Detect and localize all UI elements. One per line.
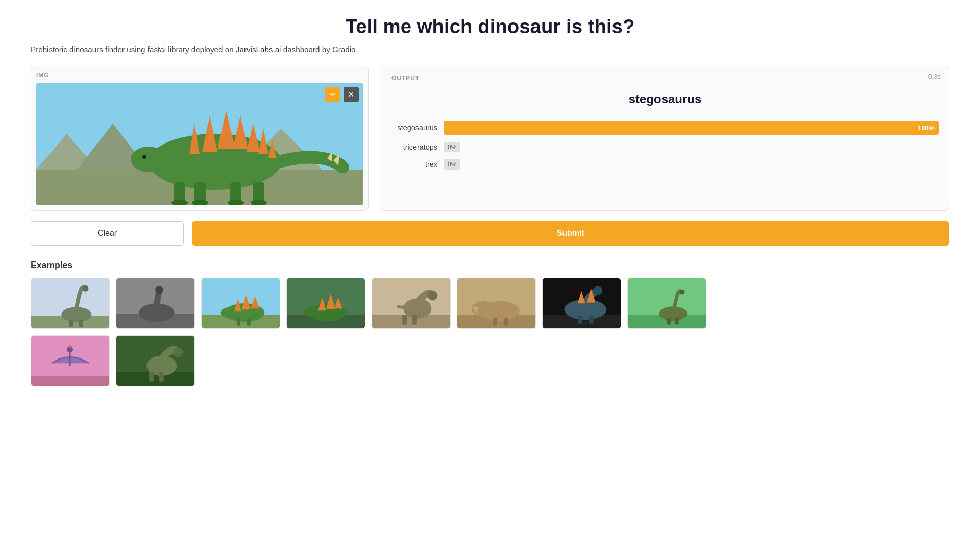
svg-point-50 <box>304 307 317 316</box>
svg-rect-72 <box>578 316 582 324</box>
output-time: 0.3s <box>928 73 941 80</box>
buttons-row: Clear Submit <box>31 221 949 246</box>
page-subtitle: Prehistoric dinosaurs finder using fasta… <box>31 45 949 54</box>
svg-point-77 <box>680 290 685 295</box>
bar-value-stegosaurus: 100% <box>918 124 935 132</box>
pencil-icon: ✏ <box>330 90 336 99</box>
example-thumb-4[interactable] <box>372 278 451 329</box>
close-icon: ✕ <box>348 90 354 99</box>
svg-point-43 <box>221 307 235 318</box>
jarvis-link[interactable]: JarvisLabs.ai <box>236 45 281 54</box>
submit-button[interactable]: Submit <box>192 221 949 246</box>
example-thumb-row2-0[interactable] <box>31 335 110 386</box>
bar-row-stegosaurus: stegosaurus100% <box>391 121 939 135</box>
bar-zero-triceratops: 0% <box>444 142 460 152</box>
examples-row-1 <box>31 278 949 329</box>
svg-rect-78 <box>667 318 671 325</box>
svg-rect-79 <box>675 318 679 325</box>
example-thumb-6[interactable] <box>542 278 621 329</box>
svg-point-27 <box>61 307 91 322</box>
clear-button[interactable]: Clear <box>31 221 184 246</box>
svg-point-33 <box>139 303 174 322</box>
svg-rect-55 <box>402 315 407 325</box>
page-title: Tell me which dinosaur is this? <box>31 15 949 38</box>
bar-label-trex: trex <box>391 160 437 169</box>
bar-row-trex: trex0% <box>391 159 939 170</box>
example-thumb-2[interactable] <box>201 278 280 329</box>
svg-rect-65 <box>504 318 508 326</box>
svg-point-28 <box>83 285 89 292</box>
svg-point-34 <box>155 286 163 294</box>
svg-point-69 <box>594 286 603 295</box>
bar-row-triceratops: triceratops0% <box>391 142 939 152</box>
example-thumb-5[interactable] <box>457 278 536 329</box>
svg-rect-73 <box>589 316 594 324</box>
example-thumb-7[interactable] <box>627 278 706 329</box>
svg-rect-42 <box>247 319 251 326</box>
svg-rect-89 <box>159 372 164 382</box>
dino-svg <box>36 83 363 205</box>
example-thumb-0[interactable] <box>31 278 110 329</box>
output-panel: OUTPUT 0.3s stegosaurus stegosaurus100%t… <box>381 66 949 211</box>
svg-rect-81 <box>31 376 109 386</box>
examples-heading: Examples <box>31 260 949 271</box>
prediction-title: stegosaurus <box>391 92 939 106</box>
svg-point-22 <box>142 155 146 159</box>
bar-label-stegosaurus: stegosaurus <box>391 124 437 132</box>
example-thumb-1[interactable] <box>116 278 195 329</box>
example-thumb-row2-1[interactable] <box>116 335 195 386</box>
clear-image-button[interactable]: ✕ <box>344 87 359 102</box>
svg-point-54 <box>428 291 438 301</box>
svg-point-87 <box>173 347 183 357</box>
examples-row-2 <box>31 335 949 386</box>
bar-zero-trex: 0% <box>444 159 460 170</box>
edit-image-button[interactable]: ✏ <box>325 87 340 102</box>
bar-track-stegosaurus: 100% <box>444 121 939 135</box>
output-panel-label: OUTPUT <box>391 75 939 82</box>
img-panel: IMG <box>31 66 369 211</box>
prediction-bars: stegosaurus100%triceratops0%trex0% <box>391 121 939 170</box>
svg-rect-56 <box>412 315 417 325</box>
img-tools: ✏ ✕ <box>325 87 359 102</box>
svg-rect-88 <box>149 372 154 382</box>
svg-rect-64 <box>493 318 497 326</box>
bar-fill-stegosaurus: 100% <box>444 121 939 135</box>
img-panel-label: IMG <box>36 71 363 79</box>
bar-label-triceratops: triceratops <box>391 143 437 151</box>
image-display: ✏ ✕ <box>36 83 363 205</box>
example-thumb-3[interactable] <box>286 278 365 329</box>
svg-rect-41 <box>237 319 240 326</box>
examples-section: Examples <box>31 260 949 386</box>
svg-rect-29 <box>69 320 73 327</box>
svg-rect-30 <box>79 320 83 327</box>
main-row: IMG <box>31 66 949 211</box>
